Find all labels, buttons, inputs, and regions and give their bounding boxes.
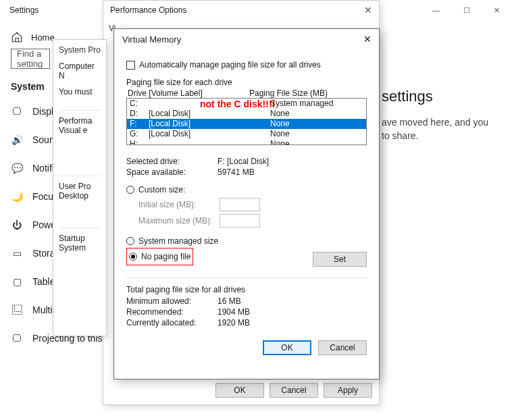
vm-title: Virtual Memory [122,34,181,45]
right-heading: settings [382,88,503,105]
notifications-icon: 💬 [11,162,23,174]
auto-manage-checkbox[interactable] [126,61,135,70]
vm-titlebar: Virtual Memory ✕ [114,29,379,49]
drive-row[interactable]: D:[Local Disk]None [127,109,366,119]
search-placeholder: Find a setting [17,49,44,69]
col-drive: Drive [Volume Label] [128,88,249,98]
perf-cancel-button[interactable]: Cancel [270,383,318,398]
initial-size-label: Initial size (MB): [138,200,220,209]
close-button[interactable]: ✕ [482,0,512,20]
drive-row[interactable]: H:None [127,139,366,145]
storage-icon: ▭ [11,247,23,259]
perf-titlebar: Performance Options ✕ [103,1,379,20]
sysprop-tab[interactable]: Computer N [59,61,101,80]
focus-icon: 🌙 [11,190,23,203]
vm-close-button[interactable]: ✕ [359,32,376,47]
perf-close-button[interactable]: ✕ [357,5,379,16]
col-pfs: Paging File Size (MB) [249,88,328,98]
projecting-icon: 🖵 [11,332,23,344]
initial-size-input[interactable] [220,198,260,211]
annotation-text: not the C disk!!!! [200,99,275,109]
selected-drive-value: F: [Local Disk] [217,157,269,166]
settings-title: Settings [0,5,39,15]
drive-row-selected[interactable]: F:[Local Disk]None [127,119,366,129]
maximize-button[interactable]: ☐ [451,0,482,20]
tablet-icon: ▢ [11,275,23,288]
perf-apply-button[interactable]: Apply [324,383,372,398]
space-available-label: Space available: [126,167,217,177]
system-managed-radio[interactable] [126,237,134,245]
currently-allocated-label: Currently allocated: [126,318,217,327]
virtual-memory-dialog: Virtual Memory ✕ Automatically manage pa… [113,28,380,379]
recommended-value: 1904 MB [217,307,250,317]
search-input[interactable]: Find a setting [11,49,50,69]
min-allowed-value: 16 MB [217,296,241,306]
no-paging-radio[interactable] [129,253,137,261]
home-label: Home [31,32,55,43]
multitasking-icon: ⿺ [11,304,23,316]
space-available-value: 59741 MB [217,167,255,177]
minimize-button[interactable]: — [421,0,451,20]
auto-manage-label: Automatically manage paging file size fo… [139,60,321,70]
selected-drive-label: Selected drive: [126,157,217,166]
home-icon [11,31,23,43]
display-icon: 🖵 [11,105,23,117]
total-heading: Total paging file size for all drives [126,285,367,294]
set-button[interactable]: Set [313,252,367,267]
recommended-label: Recommended: [126,307,217,317]
currently-allocated-value: 1920 MB [217,318,250,327]
vm-cancel-button[interactable]: Cancel [318,340,367,355]
system-properties-window: System Pro Computer N You must PerformaV… [53,39,107,336]
sysprop-title: System Pro [59,45,101,55]
custom-size-radio[interactable] [126,186,134,194]
highlight-box: No paging file [126,248,193,265]
power-icon: ⏻ [11,219,23,231]
vm-ok-button[interactable]: OK [263,340,311,355]
drive-row[interactable]: G:[Local Disk]None [127,129,366,139]
custom-size-label: Custom size: [138,185,185,194]
right-pane-text: settings ave moved here, and youto share… [382,88,503,142]
min-allowed-label: Minimum allowed: [126,296,217,306]
sound-icon: 🔊 [11,134,23,146]
perf-ok-button[interactable]: OK [215,383,264,398]
perf-title: Performance Options [110,5,186,15]
maximum-size-label: Maximum size (MB): [138,216,220,226]
no-paging-label: No paging file [141,252,190,261]
system-managed-label: System managed size [138,236,218,246]
maximum-size-input[interactable] [220,214,260,228]
drive-list[interactable]: C:System managed D:[Local Disk]None F:[L… [126,98,367,145]
pfs-each-label: Paging file size for each drive [126,78,367,87]
